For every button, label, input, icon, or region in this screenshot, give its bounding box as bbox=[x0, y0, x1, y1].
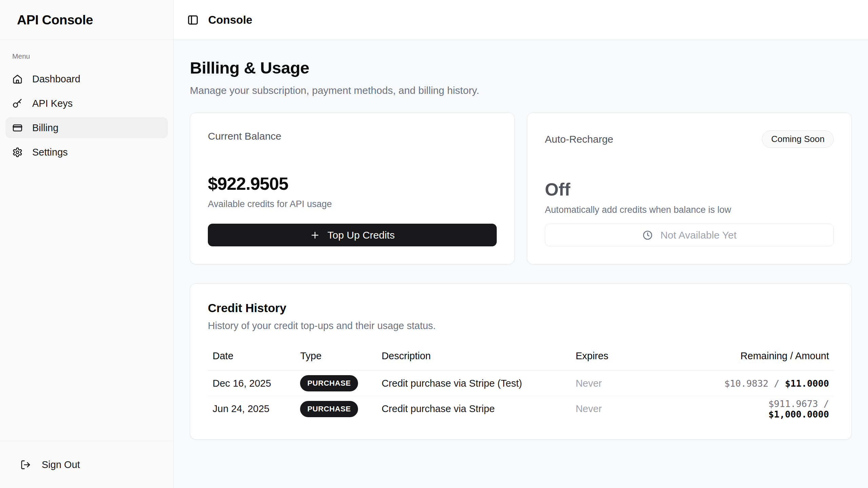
sign-out-label: Sign Out bbox=[42, 459, 80, 470]
log-out-icon bbox=[20, 460, 31, 470]
auto-recharge-caption: Automatically add credits when balance i… bbox=[545, 205, 834, 215]
column-header-type: Type bbox=[295, 344, 377, 371]
sidebar-item-api-keys[interactable]: API Keys bbox=[5, 93, 168, 114]
amount-separator: / bbox=[768, 378, 785, 389]
home-icon bbox=[12, 74, 23, 84]
sidebar: API Console Menu Dashboard API Keys bbox=[0, 0, 174, 488]
header-title: Console bbox=[208, 14, 252, 26]
sidebar-item-dashboard[interactable]: Dashboard bbox=[5, 68, 168, 89]
main-area: Console Billing & Usage Manage your subs… bbox=[174, 0, 868, 488]
sidebar-nav: Menu Dashboard API Keys bbox=[0, 40, 173, 441]
purchase-badge: PURCHASE bbox=[300, 375, 358, 391]
balance-card-label: Current Balance bbox=[208, 130, 281, 142]
cell-expires: Never bbox=[571, 396, 703, 422]
key-icon bbox=[12, 98, 23, 109]
sidebar-item-billing[interactable]: Billing bbox=[5, 117, 168, 138]
menu-section-label: Menu bbox=[5, 52, 168, 60]
sidebar-header: API Console bbox=[0, 0, 173, 40]
content: Billing & Usage Manage your subscription… bbox=[174, 40, 868, 488]
cell-remaining-amount: $911.9673 / $1,000.0000 bbox=[702, 396, 834, 422]
not-available-button: Not Available Yet bbox=[545, 224, 834, 246]
amount-value: $11.0000 bbox=[785, 378, 829, 389]
column-header-description: Description bbox=[377, 344, 571, 371]
cell-date: Dec 16, 2025 bbox=[208, 371, 295, 396]
app-title: API Console bbox=[17, 13, 93, 27]
table-header-row: Date Type Description Expires Remaining … bbox=[208, 344, 834, 371]
panel-left-icon[interactable] bbox=[187, 14, 199, 26]
auto-recharge-status: Off bbox=[545, 180, 834, 200]
remaining-value: $10.9832 bbox=[724, 378, 768, 389]
credit-card-icon bbox=[12, 123, 23, 133]
amount-separator: / bbox=[818, 399, 829, 409]
table-row: Dec 16, 2025 PURCHASE Credit purchase vi… bbox=[208, 371, 834, 396]
balance-caption: Available credits for API usage bbox=[208, 199, 497, 209]
auto-recharge-card: Auto-Recharge Coming Soon Off Automatica… bbox=[527, 113, 852, 264]
clock-icon bbox=[642, 230, 653, 241]
page-subtitle: Manage your subscription, payment method… bbox=[190, 85, 852, 96]
credit-history-subtitle: History of your credit top-ups and their… bbox=[208, 320, 834, 331]
sidebar-item-label: Dashboard bbox=[32, 74, 80, 85]
sidebar-item-label: Billing bbox=[32, 122, 58, 134]
top-up-credits-label: Top Up Credits bbox=[328, 229, 395, 241]
table-row: Jun 24, 2025 PURCHASE Credit purchase vi… bbox=[208, 396, 834, 422]
credit-history-title: Credit History bbox=[208, 301, 834, 315]
not-available-label: Not Available Yet bbox=[660, 229, 737, 241]
cell-description: Credit purchase via Stripe bbox=[377, 396, 571, 422]
credit-history-table: Date Type Description Expires Remaining … bbox=[208, 344, 834, 422]
page-title: Billing & Usage bbox=[190, 58, 852, 77]
sign-out-button[interactable]: Sign Out bbox=[9, 454, 91, 475]
purchase-badge: PURCHASE bbox=[300, 401, 358, 417]
column-header-date: Date bbox=[208, 344, 295, 371]
sidebar-item-label: Settings bbox=[32, 147, 68, 158]
column-header-expires: Expires bbox=[571, 344, 703, 371]
stat-cards-row: Current Balance $922.9505 Available cred… bbox=[190, 113, 852, 264]
amount-value: $1,000.0000 bbox=[768, 409, 829, 420]
cell-date: Jun 24, 2025 bbox=[208, 396, 295, 422]
cell-description: Credit purchase via Stripe (Test) bbox=[377, 371, 571, 396]
current-balance-card: Current Balance $922.9505 Available cred… bbox=[190, 113, 515, 264]
balance-amount: $922.9505 bbox=[208, 174, 497, 194]
sidebar-item-label: API Keys bbox=[32, 98, 73, 109]
sidebar-item-settings[interactable]: Settings bbox=[5, 142, 168, 163]
cell-expires: Never bbox=[571, 371, 703, 396]
plus-icon bbox=[310, 230, 320, 240]
top-up-credits-button[interactable]: Top Up Credits bbox=[208, 224, 497, 246]
sidebar-footer: Sign Out bbox=[0, 441, 173, 488]
auto-recharge-label: Auto-Recharge bbox=[545, 134, 613, 145]
coming-soon-badge: Coming Soon bbox=[762, 130, 834, 148]
top-bar: Console bbox=[174, 0, 868, 40]
credit-history-card: Credit History History of your credit to… bbox=[190, 283, 852, 440]
column-header-remaining-amount: Remaining / Amount bbox=[702, 344, 834, 371]
gear-icon bbox=[12, 147, 23, 158]
cell-remaining-amount: $10.9832 / $11.0000 bbox=[702, 371, 834, 396]
remaining-value: $911.9673 bbox=[768, 399, 818, 409]
